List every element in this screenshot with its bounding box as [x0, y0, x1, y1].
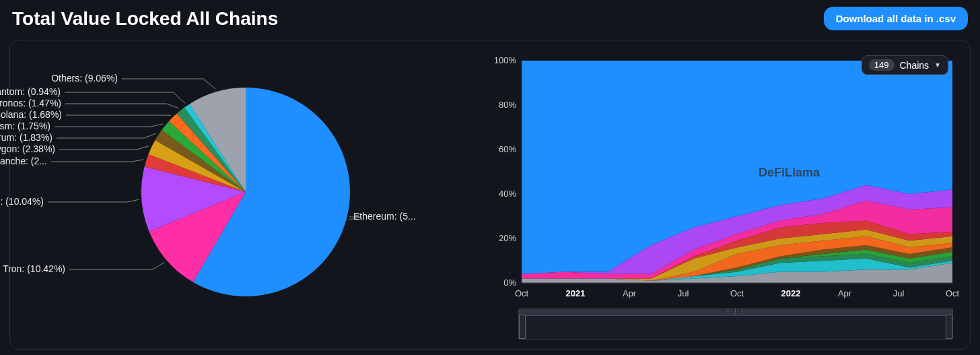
area-chart: 0%20%40%60%80%100%Oct2021AprJulOct2022Ap…: [468, 40, 970, 349]
pie-chart: Ethereum: (5...Tron: (10.42%)BSC: (10.04…: [10, 40, 468, 349]
y-tick: 40%: [499, 189, 516, 199]
chevron-down-icon: ▼: [934, 61, 941, 69]
x-tick: Oct: [730, 288, 744, 298]
x-tick: Oct: [946, 288, 959, 298]
download-csv-button[interactable]: Download all data in .csv: [824, 7, 968, 30]
x-tick: Jul: [893, 288, 905, 298]
chains-selector[interactable]: 149 Chains ▼: [862, 55, 948, 75]
x-tick: Jul: [678, 288, 689, 298]
charts-panel: Ethereum: (5...Tron: (10.42%)BSC: (10.04…: [9, 40, 971, 350]
chains-selector-label: Chains: [900, 60, 930, 71]
y-tick: 100%: [494, 55, 517, 65]
x-tick: 2022: [781, 288, 801, 298]
x-tick: 2021: [566, 288, 586, 298]
time-brush[interactable]: ⋮⋮⋮: [518, 309, 953, 340]
x-tick: Apr: [838, 288, 852, 298]
brush-handle-right[interactable]: [946, 315, 952, 339]
y-tick: 80%: [499, 100, 516, 110]
x-tick: Apr: [623, 288, 637, 298]
brush-handle-left[interactable]: [519, 315, 526, 339]
y-tick: 20%: [499, 233, 516, 243]
x-tick: Oct: [515, 288, 529, 298]
chains-count-badge: 149: [869, 59, 895, 71]
page-title: Total Value Locked All Chains: [12, 8, 278, 30]
watermark: DeFiLlama: [759, 166, 820, 179]
y-tick: 0%: [503, 278, 516, 288]
y-tick: 60%: [499, 144, 516, 154]
